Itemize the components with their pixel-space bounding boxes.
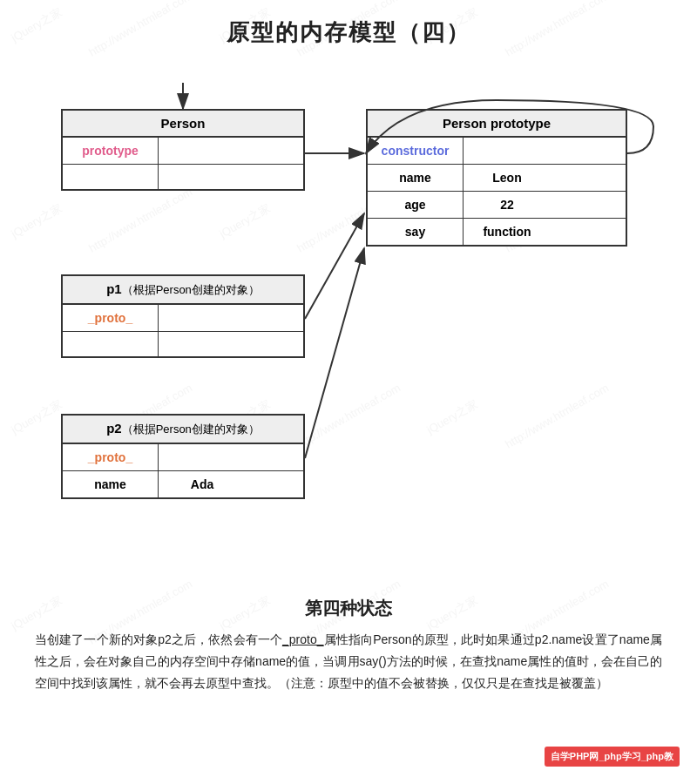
p2-name-val: Ada (159, 471, 246, 497)
proto-constructor-val (464, 138, 603, 164)
person-empty-val (159, 165, 298, 189)
p1-empty-key (63, 332, 159, 356)
person-prototype-row: prototype (63, 138, 303, 165)
p1-subtitle: （根据Person创建的对象） (122, 283, 260, 296)
proto-name-row: name Leon (368, 165, 626, 192)
proto-underline: _proto_ (282, 632, 323, 646)
p1-to-proto-arrow (305, 213, 364, 319)
p1-proto-key: _proto_ (63, 305, 159, 331)
p2-box: p2（根据Person创建的对象） _proto_ name Ada (61, 414, 305, 499)
person-box: Person prototype (61, 109, 305, 191)
proto-name-key: name (368, 165, 464, 191)
proto-say-row: say function (368, 219, 626, 245)
proto-age-key: age (368, 192, 464, 218)
diagram-area: Person prototype Person prototype constr… (35, 74, 662, 579)
bottom-section: 第四种状态 当创建了一个新的对象p2之后，依然会有一个_proto_属性指向Pe… (35, 597, 662, 695)
person-empty-row (63, 165, 303, 189)
proto-name-val: Leon (464, 165, 551, 191)
proto-constructor-key: constructor (368, 138, 464, 164)
p2-proto-val (159, 444, 298, 470)
proto-constructor-row: constructor (368, 138, 626, 165)
p1-empty-val (159, 332, 298, 356)
logo-badge: 自学PHP网_php学习_php教 (545, 747, 680, 767)
person-box-title: Person (63, 111, 303, 138)
p1-proto-row: _proto_ (63, 305, 303, 332)
p2-proto-row: _proto_ (63, 444, 303, 471)
proto-box-title: Person prototype (368, 111, 626, 138)
p1-box: p1（根据Person创建的对象） _proto_ (61, 274, 305, 358)
proto-age-row: age 22 (368, 192, 626, 219)
p2-subtitle: （根据Person创建的对象） (122, 422, 260, 436)
person-prototype-val (159, 138, 298, 164)
p2-label: p2 (106, 421, 122, 436)
p2-name-row: name Ada (63, 471, 303, 497)
proto-age-val: 22 (464, 192, 551, 218)
p2-proto-key: _proto_ (63, 444, 159, 470)
p1-box-title: p1（根据Person创建的对象） (63, 276, 303, 305)
proto-box: Person prototype constructor name Leon a… (366, 109, 627, 247)
page-title: 原型的内存模型（四） (35, 17, 662, 48)
proto-say-val: function (464, 219, 551, 245)
p1-proto-val (159, 305, 298, 331)
person-prototype-key: prototype (63, 138, 159, 164)
bottom-title: 第四种状态 (35, 597, 662, 620)
p2-to-proto-arrow (305, 248, 364, 458)
proto-say-key: say (368, 219, 464, 245)
p1-empty-row (63, 332, 303, 356)
bottom-description: 当创建了一个新的对象p2之后，依然会有一个_proto_属性指向Person的原… (35, 629, 662, 695)
p1-label: p1 (106, 281, 122, 296)
p2-name-key: name (63, 471, 159, 497)
person-empty-key (63, 165, 159, 189)
p2-box-title: p2（根据Person创建的对象） (63, 416, 303, 444)
